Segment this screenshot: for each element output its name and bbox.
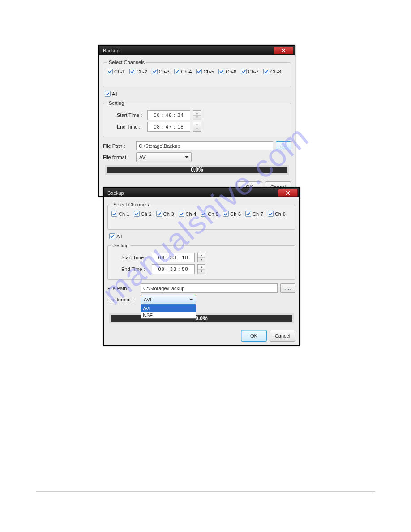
file-format-option-avi[interactable]: AVI — [141, 305, 196, 312]
select-channels-legend: Select Channels — [111, 202, 151, 207]
channel-2[interactable]: Ch-2 — [129, 69, 147, 74]
end-time-input[interactable]: 08 : 33 : 58 — [152, 264, 195, 274]
close-icon — [286, 191, 290, 195]
end-time-spinner[interactable]: ▲▼ — [197, 264, 206, 274]
browse-button[interactable]: .... — [276, 141, 291, 150]
setting-group: Setting Start Time : 08 : 46 : 24 ▲▼ End… — [103, 100, 291, 137]
file-format-option-list: AVI NSF — [141, 305, 196, 319]
setting-group: Setting Start Time : 08 : 33 : 18 ▲▼ End… — [107, 243, 295, 280]
channel-5[interactable]: Ch-5 — [196, 69, 214, 74]
setting-legend: Setting — [107, 100, 126, 106]
close-button[interactable] — [278, 189, 298, 197]
file-path-input[interactable]: C:\Storage\Backup — [141, 283, 278, 293]
channel-1[interactable]: Ch-1 — [107, 69, 125, 74]
channel-8[interactable]: Ch-8 — [268, 211, 286, 217]
file-path-input[interactable]: C:\Storage\Backup — [136, 141, 273, 150]
file-path-label: File Path : — [107, 286, 141, 291]
cancel-button[interactable]: Cancel — [270, 330, 295, 342]
channel-2[interactable]: Ch-2 — [134, 211, 152, 217]
start-time-label: Start Time : — [107, 112, 147, 118]
select-channels-group: Select Channels Ch-1 Ch-2 Ch-3 Ch-4 Ch-5… — [103, 60, 291, 87]
select-all-checkbox[interactable]: All — [105, 91, 291, 97]
file-format-option-nsf[interactable]: NSF — [141, 312, 196, 318]
select-all-checkbox[interactable]: All — [109, 233, 295, 239]
start-time-input[interactable]: 08 : 33 : 18 — [152, 253, 195, 262]
titlebar: Backup — [99, 46, 295, 55]
file-format-dropdown[interactable]: AVI — [141, 295, 196, 305]
browse-button[interactable]: .... — [280, 283, 295, 293]
chevron-down-icon — [185, 156, 188, 158]
channel-7[interactable]: Ch-7 — [245, 211, 263, 217]
end-time-input[interactable]: 08 : 47 : 18 — [147, 122, 190, 132]
backup-dialog-2: Backup Select Channels Ch-1 Ch-2 Ch-3 Ch… — [103, 187, 300, 346]
start-time-input[interactable]: 08 : 46 : 24 — [147, 110, 190, 120]
channel-7[interactable]: Ch-7 — [241, 69, 259, 74]
setting-legend: Setting — [111, 243, 130, 248]
file-format-label: File format : — [107, 297, 141, 302]
channel-3[interactable]: Ch-3 — [156, 211, 174, 217]
select-channels-legend: Select Channels — [107, 60, 146, 65]
progress-bar: 0.0% — [105, 165, 289, 175]
progress-bar: 0.0% — [109, 313, 294, 323]
file-format-dropdown[interactable]: AVI — [136, 152, 192, 162]
chevron-down-icon — [189, 299, 193, 300]
titlebar: Backup — [104, 188, 299, 197]
page-divider — [36, 491, 375, 492]
start-time-spinner[interactable]: ▲▼ — [197, 253, 206, 262]
start-time-spinner[interactable]: ▲▼ — [193, 110, 201, 120]
dialog-title: Backup — [107, 190, 124, 196]
close-button[interactable] — [274, 47, 293, 54]
channel-6[interactable]: Ch-6 — [218, 69, 236, 74]
channel-4[interactable]: Ch-4 — [179, 211, 197, 217]
start-time-label: Start Time : — [111, 255, 152, 260]
backup-dialog-1: Backup Select Channels Ch-1 Ch-2 Ch-3 Ch… — [98, 45, 295, 197]
channel-8[interactable]: Ch-8 — [263, 69, 281, 74]
channel-5[interactable]: Ch-5 — [201, 211, 218, 217]
end-time-spinner[interactable]: ▲▼ — [193, 122, 201, 132]
dialog-title: Backup — [103, 48, 120, 53]
select-channels-group: Select Channels Ch-1 Ch-2 Ch-3 Ch-4 Ch-5… — [107, 202, 295, 230]
channel-6[interactable]: Ch-6 — [223, 211, 241, 217]
ok-button[interactable]: OK — [241, 330, 267, 342]
channel-4[interactable]: Ch-4 — [174, 69, 192, 74]
file-format-label: File format : — [103, 154, 136, 160]
channel-1[interactable]: Ch-1 — [111, 211, 129, 217]
end-time-label: End Time : — [107, 124, 147, 129]
channel-3[interactable]: Ch-3 — [152, 69, 170, 74]
file-path-label: File Path : — [103, 143, 136, 149]
end-time-label: End Time : — [111, 266, 152, 272]
close-icon — [281, 48, 286, 53]
